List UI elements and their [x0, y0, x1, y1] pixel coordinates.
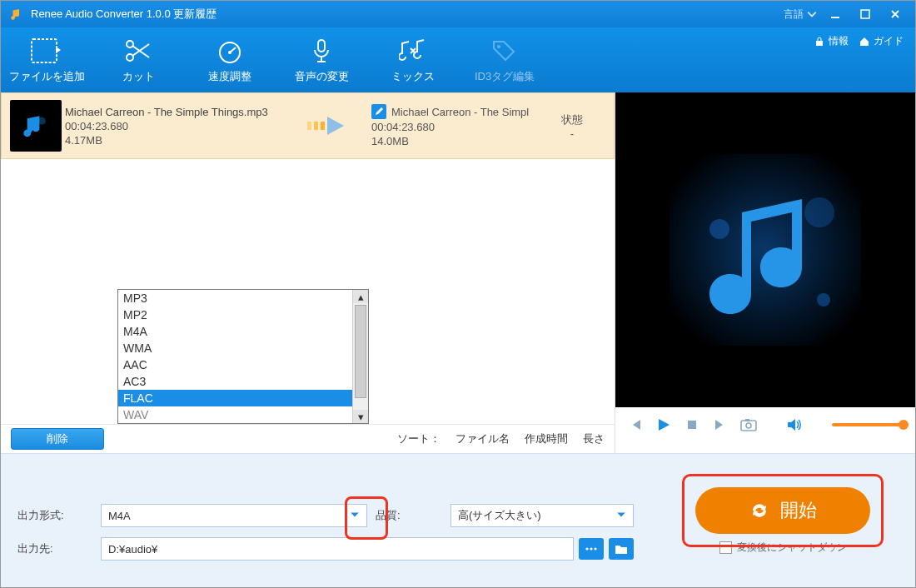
left-pane: Michael Carreon - The Simple Things.mp3 …: [1, 92, 615, 453]
lock-icon: [814, 36, 825, 47]
file-thumbnail: [10, 100, 62, 152]
quality-combo[interactable]: 高(サイズ大きい): [451, 504, 634, 527]
shutdown-label: 変換後にシャットダウン: [737, 541, 847, 555]
tool-cut[interactable]: カット: [92, 27, 184, 92]
scroll-up-icon[interactable]: ▴: [353, 290, 368, 303]
volume-slider[interactable]: [832, 423, 904, 426]
chevron-down-icon: [616, 510, 626, 522]
output-path-label: 出力先:: [17, 541, 92, 556]
tool-label: ID3タグ編集: [475, 69, 535, 84]
output-format-combo[interactable]: M4A: [101, 504, 367, 527]
player-controls: [615, 407, 915, 442]
titlebar: Renee Audio Converter 1.0.0 更新履歴 言語: [1, 1, 915, 27]
tool-label: ファイルを追加: [9, 69, 85, 84]
sort-by-created[interactable]: 作成時間: [525, 431, 568, 446]
output-path-value: D:¥audio¥: [108, 543, 157, 556]
state-header: 状態: [539, 112, 605, 127]
format-option[interactable]: WAV: [118, 406, 352, 423]
file-list: Michael Carreon - The Simple Things.mp3 …: [1, 92, 615, 424]
format-option[interactable]: AC3: [118, 373, 352, 390]
guide-link[interactable]: ガイド: [859, 34, 904, 48]
shutdown-after-row[interactable]: 変換後にシャットダウン: [719, 541, 847, 555]
svg-rect-8: [816, 41, 823, 46]
home-icon: [859, 36, 870, 47]
close-button[interactable]: [884, 6, 907, 22]
format-option[interactable]: MP3: [118, 290, 352, 306]
maximize-button[interactable]: [854, 6, 877, 22]
refresh-icon: [749, 500, 770, 521]
svg-point-17: [817, 293, 830, 306]
svg-point-24: [594, 547, 596, 550]
volume-icon[interactable]: [786, 416, 803, 433]
svg-rect-21: [745, 419, 749, 421]
preview-music-icon: [670, 154, 861, 346]
tool-label: 速度調整: [208, 69, 251, 84]
format-option[interactable]: WMA: [118, 340, 352, 356]
format-option[interactable]: MP2: [118, 306, 352, 323]
format-option[interactable]: FLAC: [118, 390, 352, 406]
source-size: 4.17MB: [65, 134, 290, 147]
tool-label: カット: [122, 69, 155, 84]
svg-rect-1: [32, 39, 57, 62]
scissors-icon: [124, 36, 152, 66]
sort-by-filename[interactable]: ファイル名: [456, 431, 510, 446]
file-row[interactable]: Michael Carreon - The Simple Things.mp3 …: [1, 92, 615, 159]
output-size: 14.0MB: [371, 135, 535, 147]
tool-speed[interactable]: 速度調整: [184, 27, 276, 92]
app-title: Renee Audio Converter 1.0.0 更新履歴: [31, 7, 217, 22]
content-area: Michael Carreon - The Simple Things.mp3 …: [1, 92, 915, 453]
edit-output-icon[interactable]: [371, 104, 386, 119]
svg-rect-0: [861, 10, 869, 18]
output-format-label: 出力形式:: [17, 508, 92, 523]
tool-mix[interactable]: ミックス: [367, 27, 459, 92]
sort-by-length[interactable]: 長さ: [583, 431, 605, 446]
gauge-icon: [216, 36, 244, 66]
svg-rect-11: [314, 122, 318, 130]
scroll-down-icon[interactable]: ▾: [353, 410, 368, 423]
open-folder-button[interactable]: [609, 538, 634, 560]
delete-label: 削除: [47, 431, 68, 446]
next-button[interactable]: [712, 416, 729, 433]
svg-point-15: [804, 197, 834, 227]
format-dropdown-list[interactable]: MP3MP2M4AWMAAACAC3FLACWAV ▴ ▾: [117, 289, 369, 424]
checkbox-icon[interactable]: [719, 541, 732, 554]
info-link[interactable]: 情報: [814, 34, 849, 48]
language-selector[interactable]: 言語: [784, 7, 817, 22]
list-bottom-bar: 削除 ソート： ファイル名 作成時間 長さ: [1, 424, 615, 453]
svg-rect-12: [321, 122, 325, 130]
format-option[interactable]: AAC: [118, 356, 352, 373]
prev-button[interactable]: [627, 416, 644, 433]
preview-area: [615, 92, 915, 407]
tool-add-file[interactable]: ファイルを追加: [1, 27, 92, 92]
format-option[interactable]: M4A: [118, 323, 352, 340]
language-label: 言語: [784, 7, 804, 22]
svg-rect-18: [688, 421, 696, 429]
app-logo-icon: [9, 7, 24, 22]
start-button[interactable]: 開始: [695, 487, 870, 534]
sort-label: ソート：: [397, 431, 441, 446]
minimize-button[interactable]: [824, 6, 847, 22]
output-path-input[interactable]: D:¥audio¥: [101, 537, 574, 561]
snapshot-button[interactable]: [740, 416, 757, 433]
tool-id3-edit: ID3タグ編集: [459, 27, 550, 92]
main-toolbar: ファイルを追加 カット 速度調整 音声の変更 ミックス: [1, 27, 915, 92]
chevron-down-icon: [350, 510, 360, 522]
music-note-icon: [17, 107, 54, 144]
tag-icon: [490, 36, 519, 66]
mix-icon: [399, 36, 427, 66]
source-duration: 00:04:23.680: [65, 120, 290, 132]
svg-rect-19: [741, 421, 756, 431]
svg-point-22: [585, 547, 588, 550]
play-button[interactable]: [655, 416, 672, 433]
conversion-arrow-icon: [293, 113, 368, 138]
svg-point-5: [228, 51, 231, 54]
stop-button[interactable]: [684, 416, 700, 433]
info-label: 情報: [829, 34, 849, 48]
guide-label: ガイド: [874, 34, 904, 48]
delete-button[interactable]: 削除: [11, 428, 104, 450]
dropdown-scrollbar[interactable]: ▴ ▾: [352, 290, 368, 423]
tool-voice-change[interactable]: 音声の変更: [276, 27, 367, 92]
path-more-button[interactable]: [579, 538, 604, 560]
output-format-value: M4A: [108, 510, 131, 522]
svg-rect-10: [307, 122, 311, 130]
